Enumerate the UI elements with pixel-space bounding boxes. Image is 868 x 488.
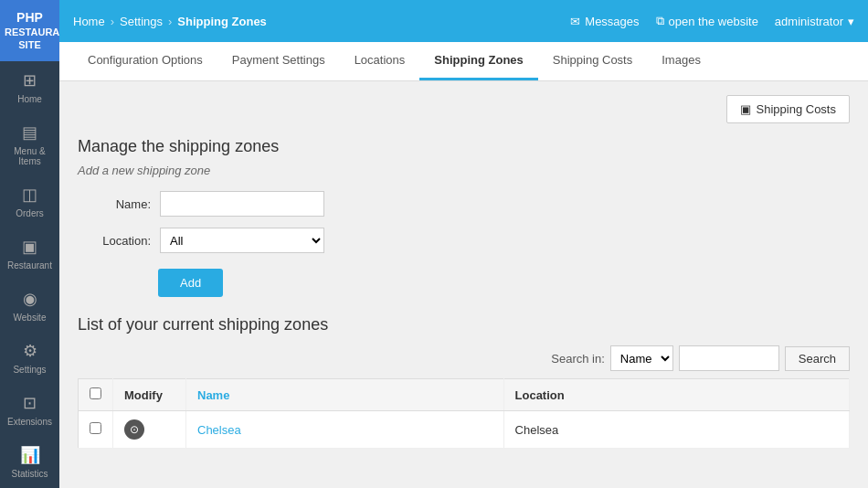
logo-line3: SITE [5,38,55,51]
message-icon: ✉ [570,15,580,28]
tab-locations[interactable]: Locations [340,42,420,80]
search-in-label: Search in: [551,352,605,366]
website-icon: ◉ [23,289,37,309]
table-row: ⊙ Chelsea Chelsea [79,411,850,449]
sidebar-logo: PHP RESTAURANT SITE [0,0,59,61]
orders-icon: ◫ [22,185,37,205]
search-button[interactable]: Search [785,346,850,371]
search-input[interactable] [679,345,779,371]
logo-line1: PHP [5,9,55,26]
messages-link[interactable]: ✉ Messages [570,15,639,28]
row-name[interactable]: Chelsea [197,423,241,437]
sidebar: PHP RESTAURANT SITE ⊞ Home ▤ Menu & Item… [0,0,59,488]
sidebar-item-website[interactable]: ◉ Website [0,280,59,332]
external-link-icon: ⧉ [656,14,664,28]
row-checkbox[interactable] [90,422,101,434]
name-form-group: Name: [78,191,850,217]
select-all-checkbox[interactable] [90,387,101,399]
breadcrumb-settings[interactable]: Settings [120,15,163,28]
search-in-select[interactable]: Name [610,345,673,371]
chevron-down-icon: ▾ [848,15,854,28]
col-location-header: Location [503,379,849,411]
shipping-costs-icon: ▣ [740,102,751,116]
restaurant-icon: ▣ [22,237,37,257]
list-section: List of your current shipping zones Sear… [78,315,850,449]
col-name-sort[interactable]: Name [197,388,229,402]
shipping-zones-table: Modify Name Location ⊙ [78,378,850,449]
tabs-bar: Configuration Options Payment Settings L… [59,42,868,81]
shipping-costs-button[interactable]: ▣ Shipping Costs [726,95,850,123]
menu-icon: ▤ [22,122,37,143]
sidebar-item-statistics[interactable]: 📊 Statistics [0,436,59,488]
list-title: List of your current shipping zones [78,315,850,334]
add-button[interactable]: Add [158,269,223,297]
tab-payment-settings[interactable]: Payment Settings [217,42,340,80]
topbar: Home › Settings › Shipping Zones ✉ Messa… [59,0,868,42]
breadcrumb-home[interactable]: Home [73,15,105,28]
sidebar-item-orders[interactable]: ◫ Orders [0,175,59,228]
sidebar-item-settings[interactable]: ⚙ Settings [0,332,59,384]
edit-icon[interactable]: ⊙ [124,419,144,440]
settings-icon: ⚙ [23,341,37,361]
sidebar-item-home[interactable]: ⊞ Home [0,61,59,113]
manage-title: Manage the shipping zones [78,137,850,156]
search-bar: Search in: Name Search [78,345,850,371]
breadcrumb-sep2: › [168,15,172,28]
home-icon: ⊞ [23,70,37,90]
sidebar-item-restaurant-label: Restaurant [7,260,52,271]
page-content: ▣ Shipping Costs Manage the shipping zon… [59,81,868,488]
manage-subtitle: Add a new shipping zone [78,164,850,177]
sidebar-item-restaurant[interactable]: ▣ Restaurant [0,228,59,280]
open-website-link[interactable]: ⧉ open the website [656,14,758,28]
topbar-right: ✉ Messages ⧉ open the website administra… [570,14,854,28]
extensions-icon: ⊡ [23,393,37,413]
col-checkbox-header [79,379,113,411]
name-input[interactable] [160,191,324,217]
sidebar-item-menu-items[interactable]: ▤ Menu & Items [0,113,59,175]
row-modify-cell: ⊙ [113,411,186,449]
row-location: Chelsea [515,423,559,437]
tab-images[interactable]: Images [647,42,715,80]
location-select[interactable]: All [160,228,324,253]
sidebar-item-settings-label: Settings [13,365,46,375]
open-website-label: open the website [669,15,758,28]
row-location-cell: Chelsea [503,411,849,449]
tab-shipping-costs[interactable]: Shipping Costs [538,42,647,80]
content-wrapper: Configuration Options Payment Settings L… [59,42,868,488]
table-header-row: Modify Name Location [79,379,850,411]
sidebar-item-extensions-label: Extensions [7,417,52,427]
breadcrumb-sep1: › [111,15,114,28]
tab-shipping-zones[interactable]: Shipping Zones [419,42,538,80]
row-name-cell: Chelsea [186,411,504,449]
col-modify-header: Modify [113,379,186,411]
top-actions: ▣ Shipping Costs [78,95,850,123]
sidebar-item-website-label: Website [14,313,47,323]
col-name-header: Name [186,379,504,411]
name-label: Name: [78,197,151,211]
logo-line2: RESTAURANT [5,26,55,38]
sidebar-item-statistics-label: Statistics [11,469,48,479]
messages-label: Messages [585,15,639,28]
admin-label: administrator [775,15,843,28]
sidebar-item-menu-label: Menu & Items [5,146,55,166]
row-checkbox-cell [79,411,113,449]
location-label: Location: [78,234,151,248]
location-form-group: Location: All [78,228,850,253]
sidebar-item-home-label: Home [17,94,42,104]
admin-menu[interactable]: administrator ▾ [775,15,854,28]
statistics-icon: 📊 [20,445,40,465]
sidebar-item-extensions[interactable]: ⊡ Extensions [0,384,59,436]
sidebar-item-orders-label: Orders [16,208,44,218]
main-area: Home › Settings › Shipping Zones ✉ Messa… [59,0,868,488]
tab-configuration-options[interactable]: Configuration Options [73,42,217,80]
breadcrumb: Home › Settings › Shipping Zones [73,15,267,28]
breadcrumb-current: Shipping Zones [177,15,267,28]
